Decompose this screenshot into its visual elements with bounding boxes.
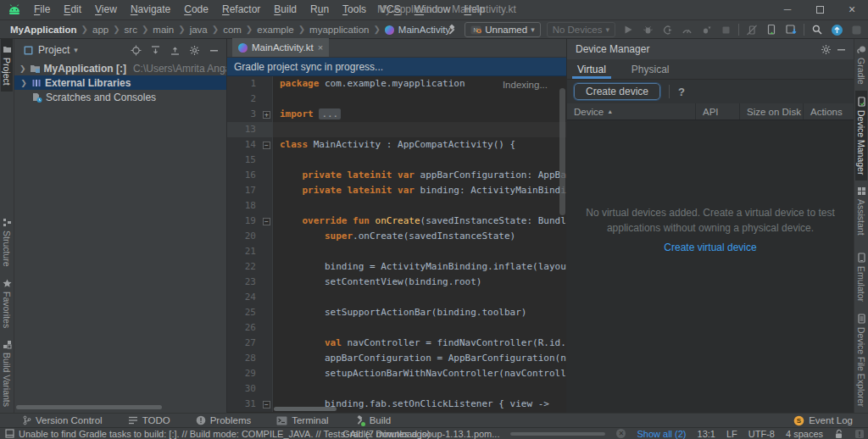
indent-setting[interactable]: 4 spaces — [786, 429, 823, 439]
tree-item-scratches-and-consoles[interactable]: Scratches and Consoles — [14, 90, 226, 104]
collapse-all-icon[interactable] — [167, 42, 182, 58]
menu-refactor[interactable]: Refactor — [215, 0, 267, 19]
sdk-manager-icon[interactable] — [784, 23, 798, 36]
code-line-15: 15 — [227, 153, 566, 168]
main-toolbar: MyApplication❯app❯src❯main❯java❯com❯exam… — [0, 20, 868, 39]
horizontal-scrollbar[interactable] — [274, 407, 337, 411]
horizontal-scrollbar[interactable] — [16, 405, 162, 409]
apply-changes-icon[interactable] — [660, 23, 674, 36]
hide-panel-icon[interactable] — [206, 42, 221, 58]
run-configuration-select[interactable]: NG Unnamed ▾ — [465, 22, 540, 37]
breadcrumb-item[interactable]: main — [151, 25, 175, 35]
fold-column — [261, 336, 273, 351]
toolwindow-button-version-control[interactable]: Version Control — [22, 415, 103, 425]
column-header-device[interactable]: Device▲ — [567, 103, 695, 119]
tree-item-external-libraries[interactable]: ❯External Libraries — [14, 75, 226, 90]
show-all-link[interactable]: Show all (2) — [637, 429, 686, 439]
hide-panel-icon[interactable] — [833, 42, 849, 57]
locate-file-icon[interactable] — [128, 42, 143, 58]
fold-marker-icon[interactable]: − — [263, 401, 270, 408]
fold-marker-icon[interactable]: − — [263, 142, 270, 149]
project-panel-title[interactable]: Project — [38, 44, 70, 56]
profiler-icon[interactable] — [680, 23, 693, 36]
gear-icon[interactable] — [186, 42, 202, 58]
run-icon[interactable] — [621, 23, 635, 36]
event-log-button[interactable]: S Event Log — [793, 415, 853, 426]
breadcrumb-item[interactable]: app — [91, 25, 110, 35]
chevron-right-icon[interactable]: ❯ — [19, 79, 28, 87]
debug-icon[interactable] — [641, 23, 654, 36]
toolwindow-button-terminal[interactable]: Terminal — [276, 415, 328, 425]
chevron-right-icon[interactable]: ❯ — [19, 64, 26, 73]
close-tab-icon[interactable]: × — [318, 42, 323, 53]
column-header-api[interactable]: API — [695, 103, 739, 119]
tool-stripe-build-variants[interactable]: Build Variants — [1, 334, 13, 413]
tab-virtual[interactable]: Virtual — [576, 64, 608, 79]
menu-build[interactable]: Build — [267, 0, 303, 19]
tool-stripe-structure[interactable]: Structure — [1, 212, 13, 273]
code-line-16: 16 private lateinit var appBarConfigurat… — [227, 168, 566, 183]
toolwindow-button-label: TODO — [142, 415, 170, 425]
caret-position[interactable]: 13:1 — [698, 429, 715, 439]
cancel-task-icon[interactable]: ✕ — [616, 429, 626, 438]
vertical-scrollbar[interactable] — [559, 88, 565, 215]
attach-to-process-icon[interactable] — [745, 23, 759, 36]
stop-icon[interactable] — [719, 23, 732, 36]
column-header-size-on-disk[interactable]: Size on Disk — [739, 103, 803, 119]
menu-code[interactable]: Code — [177, 0, 215, 19]
tab-mainactivity[interactable]: MainActivity.kt × — [232, 38, 329, 57]
menu-navigate[interactable]: Navigate — [124, 0, 177, 19]
stop-process-icon[interactable] — [849, 23, 863, 36]
toolwindow-toggle-icon[interactable] — [5, 429, 14, 438]
toolwindow-button-todo[interactable]: TODO — [128, 415, 170, 425]
ide-update-icon[interactable] — [830, 23, 843, 36]
lock-icon[interactable] — [834, 429, 843, 439]
code-token: setSupportActionBar(binding.toolbar) — [280, 307, 526, 318]
chevron-down-icon[interactable]: ▾ — [74, 46, 78, 54]
notifications-icon[interactable] — [854, 429, 865, 439]
expand-all-icon[interactable] — [147, 42, 163, 58]
tool-stripe-favorites[interactable]: Favorites — [1, 273, 13, 334]
tab-physical[interactable]: Physical — [630, 64, 671, 79]
menu-run[interactable]: Run — [303, 0, 336, 19]
breadcrumb-item[interactable]: example — [255, 25, 295, 35]
menu-view[interactable]: View — [88, 0, 124, 19]
gear-icon[interactable] — [818, 42, 833, 57]
close-button[interactable]: × — [836, 0, 868, 19]
breadcrumb-item[interactable]: java — [188, 25, 209, 35]
tool-stripe-device-manager[interactable]: Device Manager — [855, 91, 867, 181]
menu-tools[interactable]: Tools — [336, 0, 373, 19]
breadcrumb-item[interactable]: myapplication — [308, 25, 370, 35]
tool-stripe-assistant[interactable]: Assistant — [855, 181, 867, 242]
create-virtual-device-link[interactable]: Create virtual device — [664, 240, 756, 255]
code-editor-surface[interactable]: 1package com.example.myapplication23+imp… — [227, 76, 566, 413]
file-encoding[interactable]: UTF-8 — [748, 429, 775, 439]
breadcrumb-item[interactable]: MyApplication — [8, 25, 79, 35]
tool-stripe-gradle[interactable]: Gradle — [855, 39, 867, 91]
breadcrumb-item[interactable]: src — [123, 25, 139, 35]
kotlin-file-icon — [238, 43, 248, 53]
help-icon[interactable]: ? — [678, 86, 685, 98]
toolwindow-button-build[interactable]: Build — [354, 415, 392, 425]
fold-marker-icon[interactable]: + — [263, 111, 270, 119]
create-device-button[interactable]: Create device — [574, 83, 660, 100]
search-everywhere-icon[interactable] — [810, 23, 824, 36]
tool-stripe-project[interactable]: Project — [1, 39, 13, 92]
build-project-icon[interactable] — [445, 23, 459, 36]
breadcrumb-item[interactable]: com — [221, 25, 243, 35]
tool-stripe-device-file-explorer[interactable]: Device File Explorer — [855, 308, 867, 413]
toolwindow-button-problems[interactable]: Problems — [196, 415, 252, 425]
attach-debugger-icon[interactable] — [699, 23, 713, 36]
tree-item-myapplication[interactable]: ❯MyApplication [:]C:\Users\Amrita Angapp… — [14, 61, 226, 75]
tool-stripe-emulator[interactable]: Emulator — [855, 247, 867, 308]
menu-edit[interactable]: Edit — [57, 0, 88, 19]
target-device-select[interactable]: No Devices ▾ — [547, 22, 615, 37]
minimize-button[interactable]: ─ — [771, 0, 804, 19]
device-manager-icon[interactable] — [765, 23, 778, 36]
fold-marker-icon[interactable]: − — [263, 218, 270, 225]
breadcrumb-item[interactable]: MainActivity — [397, 25, 452, 35]
menu-file[interactable]: File — [27, 0, 57, 19]
maximize-button[interactable] — [804, 0, 836, 19]
line-separator[interactable]: LF — [726, 429, 737, 439]
column-header-actions[interactable]: Actions — [803, 103, 854, 119]
